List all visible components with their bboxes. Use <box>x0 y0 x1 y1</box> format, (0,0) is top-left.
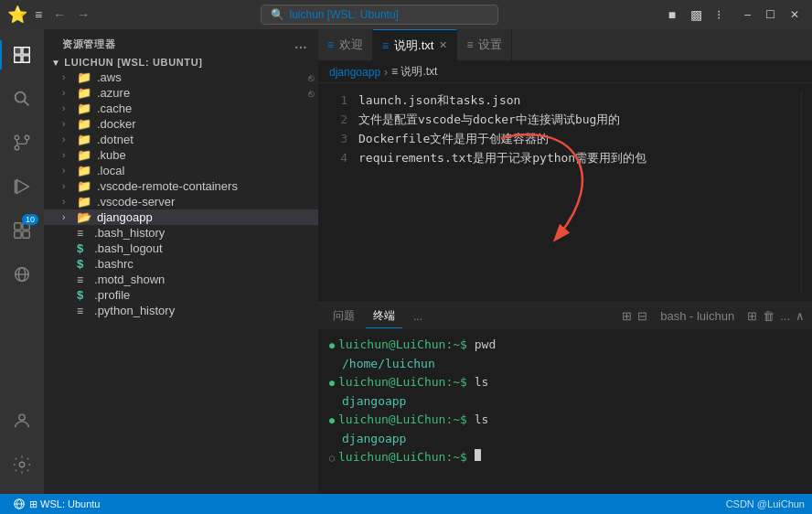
editor-line-4: requirements.txt是用于记录python需要用到的包 <box>358 148 794 167</box>
chevron-down-icon: ▼ <box>51 58 60 68</box>
folder-icon: 📁 <box>77 148 91 162</box>
item-label: .docker <box>97 117 136 131</box>
editor-line-3: Dockerfile文件是用于创建容器的 <box>358 129 794 148</box>
tab-welcome[interactable]: ≡ 欢迎 <box>318 29 373 60</box>
activity-extensions[interactable]: 10 <box>0 209 44 252</box>
sidebar-item-azure[interactable]: › 📁 .azure ⎋ <box>44 85 318 101</box>
sidebar-item-vscode-remote-containers[interactable]: › 📁 .vscode-remote-containers <box>44 178 318 194</box>
terminal-more-icon[interactable]: ... <box>780 309 790 323</box>
sidebar-item-docker[interactable]: › 📁 .docker <box>44 116 318 132</box>
sidebar-item-cache[interactable]: › 📁 .cache <box>44 101 318 116</box>
terminal-user-5: luichun@LuiChun <box>338 411 445 429</box>
editor-content[interactable]: 1 2 3 4 launch.json和tasks.json 文件是配置vsco… <box>318 83 812 302</box>
sidebar-item-aws[interactable]: › 📁 .aws ⎋ <box>44 70 318 85</box>
terminal-cmd-5: ls <box>475 411 489 429</box>
terminal-dot-5: ● <box>329 412 335 430</box>
activity-run[interactable] <box>0 165 44 209</box>
tab-icon-welcome: ≡ <box>327 38 334 51</box>
sidebar-item-motd-shown[interactable]: › ≡ .motd_shown <box>44 272 318 287</box>
menu-icon[interactable]: ≡ <box>35 7 42 22</box>
nav-buttons: ← → <box>49 5 93 24</box>
sidebar-content: ▼ LUICHUN [WSL: UBUNTU] › 📁 .aws ⎋ › 📁 .… <box>44 55 318 494</box>
nav-forward-button[interactable]: → <box>73 5 93 24</box>
svg-line-2 <box>24 101 28 105</box>
file-dollar-icon: $ <box>77 257 83 271</box>
sidebar-item-kube[interactable]: › 📁 .kube <box>44 147 318 163</box>
sidebar-item-dotnet[interactable]: › 📁 .dotnet <box>44 132 318 147</box>
search-box[interactable]: 🔍 luichun [WSL: Ubuntu] <box>261 5 498 25</box>
terminal-output-3: djangoapp <box>342 392 406 411</box>
terminal-dot-7: ○ <box>329 449 335 467</box>
activity-source-control[interactable] <box>0 121 44 165</box>
remote-badge: ⎋ <box>308 88 315 99</box>
panel-content[interactable]: ● luichun@LuiChun :~$ pwd /home/luichun … <box>318 330 812 494</box>
panel-tab-problems[interactable]: 问题 <box>326 305 362 327</box>
maximize-button[interactable]: ☐ <box>760 6 781 23</box>
sidebar-item-bash-logout[interactable]: › $ .bash_logout <box>44 241 318 256</box>
tab-icon-settings: ≡ <box>466 38 473 51</box>
sidebar-item-vscode-server[interactable]: › 📁 .vscode-server <box>44 194 318 209</box>
terminal-layout-icon[interactable]: ⊟ <box>637 309 647 323</box>
status-remote[interactable]: ⊞ WSL: Ubuntu <box>7 494 105 514</box>
activity-bar: 10 <box>0 29 44 494</box>
sidebar-item-local[interactable]: › 📁 .local <box>44 163 318 178</box>
svg-rect-10 <box>15 231 21 238</box>
search-icon <box>12 89 32 109</box>
item-label: .bash_logout <box>94 241 162 255</box>
activity-settings[interactable] <box>0 443 44 487</box>
terminal-path-5: :~$ <box>445 411 474 429</box>
tab-settings[interactable]: ≡ 设置 <box>457 29 512 60</box>
svg-point-3 <box>15 135 19 140</box>
layout-icon-2[interactable]: ▩ <box>687 5 706 24</box>
layout-icon-3[interactable]: ⁝ <box>713 5 724 24</box>
terminal-name-label: bash - luichun <box>653 309 742 323</box>
titlebar: ⭐ ≡ ← → 🔍 luichun [WSL: Ubuntu] ■ ▩ ⁝ – … <box>0 0 812 29</box>
tabs-bar: ≡ 欢迎 ≡ 说明.txt ✕ ≡ 设置 <box>318 29 812 61</box>
tree-root-label: LUICHUN [WSL: UBUNTU] <box>64 57 202 68</box>
remote-badge: ⎋ <box>308 72 315 83</box>
sidebar-item-bash-history[interactable]: › ≡ .bash_history <box>44 225 318 241</box>
activity-accounts[interactable] <box>0 399 44 443</box>
sidebar-item-python-history[interactable]: › ≡ .python_history <box>44 303 318 318</box>
sidebar-item-profile[interactable]: › $ .profile <box>44 287 318 303</box>
folder-icon: 📁 <box>77 86 91 100</box>
tab-label-settings: 设置 <box>478 37 502 53</box>
folder-icon: 📁 <box>77 179 91 193</box>
line-num-2: 2 <box>318 110 347 129</box>
nav-back-button[interactable]: ← <box>49 5 69 24</box>
terminal-instance-icon[interactable]: ⊞ <box>747 309 757 323</box>
terminal-dot-3: ● <box>329 374 335 392</box>
svg-point-5 <box>15 145 19 150</box>
terminal-kill-icon[interactable]: 🗑 <box>763 309 775 323</box>
sidebar-item-bashrc[interactable]: › $ .bashrc <box>44 256 318 272</box>
activity-remote[interactable] <box>0 252 44 296</box>
panel-maximize-icon[interactable]: ∧ <box>796 309 805 323</box>
item-label: .local <box>97 164 124 177</box>
tree-root-header[interactable]: ▼ LUICHUN [WSL: UBUNTU] <box>44 55 318 70</box>
minimize-button[interactable]: – <box>739 6 756 23</box>
titlebar-actions: ■ ▩ ⁝ <box>665 5 724 24</box>
tab-close-button[interactable]: ✕ <box>439 39 447 51</box>
sidebar-header-actions: ... <box>294 37 307 51</box>
terminal-output-5: djangoapp <box>342 430 406 448</box>
panel-tab-terminal[interactable]: 终端 <box>366 305 402 328</box>
breadcrumb-sep: › <box>384 66 388 79</box>
activity-search[interactable] <box>0 77 44 121</box>
folder-icon: 📁 <box>77 117 91 131</box>
remote-icon <box>12 264 32 284</box>
sidebar-more-button[interactable]: ... <box>294 37 307 51</box>
sidebar-item-djangoapp[interactable]: › 📂 djangoapp <box>44 209 318 225</box>
close-button[interactable]: ✕ <box>785 6 805 23</box>
terminal-line-1: ● luichun@LuiChun :~$ pwd <box>329 336 801 355</box>
file-icon: ≡ <box>77 227 83 240</box>
status-right: CSDN @LuiChun <box>726 498 805 509</box>
layout-icon-1[interactable]: ■ <box>665 5 679 24</box>
tab-label-shuoming: 说明.txt <box>394 37 433 54</box>
breadcrumb-part2: ≡ 说明.txt <box>391 64 437 80</box>
file-icon: ≡ <box>77 273 83 286</box>
editor-line-1: launch.json和tasks.json <box>358 91 794 110</box>
activity-explorer[interactable] <box>0 33 44 77</box>
tab-shuoming[interactable]: ≡ 说明.txt ✕ <box>373 29 457 60</box>
panel-tab-more[interactable]: ... <box>406 306 430 327</box>
terminal-split-icon[interactable]: ⊞ <box>622 309 632 323</box>
